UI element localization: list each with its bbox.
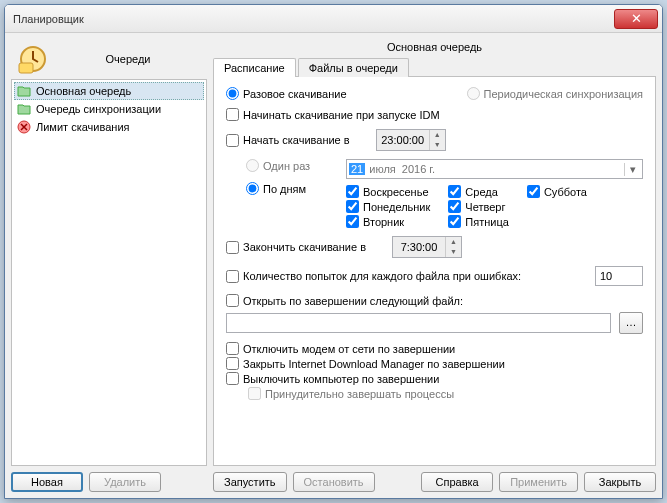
check-wednesday[interactable]: Среда: [448, 185, 509, 198]
start-time-field[interactable]: [377, 130, 429, 150]
down-icon[interactable]: ▼: [430, 140, 445, 150]
clock-icon: [17, 43, 49, 75]
sidebar-item-label: Основная очередь: [36, 85, 131, 97]
tabs: Расписание Файлы в очереди: [213, 58, 656, 77]
browse-button[interactable]: …: [619, 312, 643, 334]
tab-files[interactable]: Файлы в очереди: [298, 58, 409, 77]
stop-time-field[interactable]: [393, 237, 445, 257]
up-icon[interactable]: ▲: [446, 237, 461, 247]
open-file-field[interactable]: [226, 313, 611, 333]
tab-schedule[interactable]: Расписание: [213, 58, 296, 77]
check-thursday[interactable]: Четверг: [448, 200, 509, 213]
check-shutdown[interactable]: Выключить компьютер по завершении: [226, 372, 643, 385]
svg-rect-1: [19, 63, 33, 73]
radio-by-days[interactable]: По дням: [246, 182, 326, 195]
run-button[interactable]: Запустить: [213, 472, 287, 492]
start-time-spinner[interactable]: ▲▼: [376, 129, 446, 151]
sidebar-item-main-queue[interactable]: Основная очередь: [14, 82, 204, 100]
check-start-on-launch[interactable]: Начинать скачивание при запуске IDM: [226, 108, 440, 121]
retries-field[interactable]: [595, 266, 643, 286]
radio-single-download[interactable]: Разовое скачивание: [226, 87, 347, 100]
chevron-down-icon: ▾: [624, 163, 640, 176]
limit-icon: [16, 119, 32, 135]
sidebar-item-download-limit[interactable]: Лимит скачивания: [14, 118, 204, 136]
stop-button: Остановить: [293, 472, 375, 492]
sidebar-item-sync-queue[interactable]: Очередь синхронизации: [14, 100, 204, 118]
radio-periodic-sync: Периодическая синхронизация: [467, 87, 644, 100]
check-saturday[interactable]: Суббота: [527, 185, 587, 198]
folder-icon: [16, 101, 32, 117]
queues-title: Очереди: [55, 53, 201, 65]
sidebar-item-label: Лимит скачивания: [36, 121, 129, 133]
check-disconnect[interactable]: Отключить модем от сети по завершении: [226, 342, 643, 355]
check-sunday[interactable]: Воскресенье: [346, 185, 430, 198]
check-retries[interactable]: Количество попыток для каждого файла при…: [226, 270, 521, 283]
check-start-at[interactable]: Начать скачивание в: [226, 134, 350, 147]
check-open-after[interactable]: Открыть по завершении следующий файл:: [226, 294, 463, 307]
close-button[interactable]: Закрыть: [584, 472, 656, 492]
delete-queue-button: Удалить: [89, 472, 161, 492]
check-stop-at[interactable]: Закончить скачивание в: [226, 241, 366, 254]
stop-time-spinner[interactable]: ▲▼: [392, 236, 462, 258]
check-friday[interactable]: Пятница: [448, 215, 509, 228]
down-icon[interactable]: ▼: [446, 247, 461, 257]
check-monday[interactable]: Понедельник: [346, 200, 430, 213]
scheduler-window: Планировщик ✕ Очереди Основная очередь О…: [4, 4, 663, 499]
date-picker: 21 июля 2016 г. ▾: [346, 159, 643, 179]
help-button[interactable]: Справка: [421, 472, 493, 492]
check-force-kill: Принудительно завершать процессы: [248, 387, 643, 400]
queues-header: Очереди: [11, 39, 207, 79]
folder-icon: [16, 83, 32, 99]
sidebar-item-label: Очередь синхронизации: [36, 103, 161, 115]
apply-button: Применить: [499, 472, 578, 492]
up-icon[interactable]: ▲: [430, 130, 445, 140]
titlebar: Планировщик ✕: [5, 5, 662, 33]
radio-once: Один раз: [246, 159, 326, 172]
window-title: Планировщик: [13, 13, 614, 25]
main-title: Основная очередь: [213, 39, 656, 57]
check-close-idm[interactable]: Закрыть Internet Download Manager по зав…: [226, 357, 643, 370]
check-tuesday[interactable]: Вторник: [346, 215, 430, 228]
close-icon[interactable]: ✕: [614, 9, 658, 29]
queue-list: Основная очередь Очередь синхронизации Л…: [11, 79, 207, 466]
new-queue-button[interactable]: Новая: [11, 472, 83, 492]
